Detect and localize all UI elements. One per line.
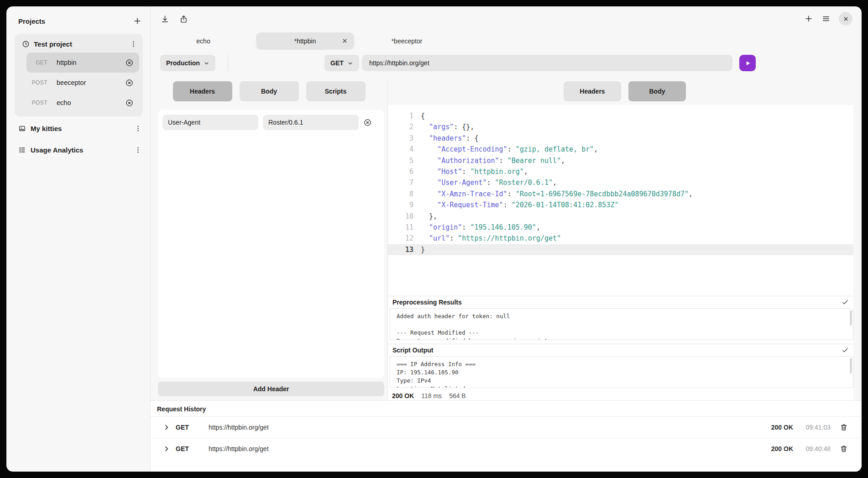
project-header[interactable]: Test project xyxy=(16,36,141,53)
chevron-right-icon xyxy=(163,445,170,452)
export-button[interactable] xyxy=(179,15,188,23)
share-icon xyxy=(179,15,188,23)
clock-icon xyxy=(22,40,30,48)
url-input[interactable] xyxy=(362,55,732,71)
sidebar-request-beeceptor[interactable]: POST beeceptor xyxy=(26,73,139,93)
history-status: 200 OK xyxy=(771,424,793,431)
add-header-button[interactable]: Add Header xyxy=(158,382,384,396)
circle-x-icon xyxy=(125,58,134,67)
history-row[interactable]: GET https://httpbin.org/get 200 OK 09:40… xyxy=(151,438,862,459)
trash-icon xyxy=(840,423,848,431)
tab-httpbin[interactable]: *httpbin xyxy=(256,32,354,50)
history-time: 09:40:48 xyxy=(800,445,831,452)
method-selector[interactable]: GET xyxy=(324,55,359,71)
sidebar-item-label: Usage Analytics xyxy=(31,146,134,154)
remove-request-button[interactable] xyxy=(125,99,134,107)
delete-history-button[interactable] xyxy=(840,423,848,431)
add-project-button[interactable] xyxy=(133,16,142,26)
preprocessing-output[interactable]: Added auth header for token: null --- Re… xyxy=(390,308,853,340)
tab-request-headers[interactable]: Headers xyxy=(173,81,232,101)
script-output-title: Script Output xyxy=(392,347,433,354)
tab-response-headers[interactable]: Headers xyxy=(564,81,621,101)
close-icon xyxy=(843,16,849,22)
circle-x-icon xyxy=(125,79,134,87)
response-body: 1{2 "args": {},3 "headers": {4 "Accept-E… xyxy=(388,105,853,400)
project-menu-button[interactable] xyxy=(130,40,137,48)
check-icon xyxy=(842,347,849,354)
history-method: GET xyxy=(176,424,196,431)
circle-x-icon xyxy=(363,118,372,127)
hamburger-icon xyxy=(821,14,831,23)
history-url: https://httpbin.org/get xyxy=(209,445,771,452)
play-icon xyxy=(744,60,751,67)
plus-icon xyxy=(133,16,142,26)
projects-title: Projects xyxy=(18,17,45,25)
status-code: 200 OK xyxy=(392,392,414,399)
delete-history-button[interactable] xyxy=(840,445,848,453)
close-icon xyxy=(342,38,348,44)
status-size: 564 B xyxy=(449,392,466,399)
sidebar-header: Projects xyxy=(6,6,150,31)
download-icon xyxy=(161,15,169,23)
header-key-input[interactable] xyxy=(162,115,258,130)
tab-label: echo xyxy=(196,37,210,45)
tab-request-body[interactable]: Body xyxy=(240,81,299,101)
toolbar xyxy=(151,6,862,31)
sidebar-item-usage-analytics[interactable]: Usage Analytics xyxy=(6,141,150,159)
tab-echo[interactable]: echo xyxy=(154,32,252,50)
preprocessing-section-header: Preprocessing Results xyxy=(388,296,853,308)
history-status: 200 OK xyxy=(771,445,793,452)
sidebar-item-my-kitties[interactable]: My kitties xyxy=(6,119,150,138)
chevron-down-icon xyxy=(347,60,353,66)
import-button[interactable] xyxy=(161,15,169,23)
remove-header-button[interactable] xyxy=(363,118,372,127)
section-menu-button[interactable] xyxy=(134,125,142,132)
kebab-icon xyxy=(134,125,142,132)
main-area: echo *httpbin *beeceptor Production GET xyxy=(151,6,862,472)
sidebar-request-echo[interactable]: POST echo xyxy=(26,93,139,113)
request-panel-tabs: Headers Body Scripts xyxy=(151,81,387,101)
scrollbar-thumb[interactable] xyxy=(850,310,852,326)
response-code-viewer[interactable]: 1{2 "args": {},3 "headers": {4 "Accept-E… xyxy=(388,105,853,292)
history-time: 09:41:03 xyxy=(800,424,831,431)
chevron-right-icon xyxy=(163,424,170,431)
environment-selector[interactable]: Production xyxy=(160,55,215,71)
history-row[interactable]: GET https://httpbin.org/get 200 OK 09:41… xyxy=(151,416,862,438)
script-output-section-header: Script Output xyxy=(388,344,853,356)
close-window-button[interactable] xyxy=(839,12,852,26)
script-output[interactable]: === IP Address Info === IP: 195.146.105.… xyxy=(390,356,853,388)
request-history: Request History GET https://httpbin.org/… xyxy=(151,400,862,472)
section-menu-button[interactable] xyxy=(134,146,142,154)
circle-x-icon xyxy=(125,99,134,107)
remove-request-button[interactable] xyxy=(125,58,134,67)
status-time: 118 ms xyxy=(421,392,442,399)
project-group: Test project GET httpbin POST beeceptor xyxy=(15,34,143,116)
send-request-button[interactable] xyxy=(739,55,756,71)
response-panel-tabs: Headers Body xyxy=(388,81,862,101)
response-status-bar: 200 OK 118 ms 564 B xyxy=(388,388,853,399)
menu-button[interactable] xyxy=(821,14,831,23)
request-method-label: POST xyxy=(28,79,47,86)
history-method: GET xyxy=(176,445,196,452)
remove-request-button[interactable] xyxy=(125,79,134,87)
app-window: Projects Test project GET httpbin xyxy=(6,6,862,472)
request-history-title: Request History xyxy=(151,401,862,416)
check-icon xyxy=(842,299,849,306)
header-value-input[interactable] xyxy=(263,115,359,130)
method-label: GET xyxy=(330,59,344,67)
environment-label: Production xyxy=(166,59,200,67)
list-icon xyxy=(18,146,26,154)
project-name: Test project xyxy=(34,40,130,48)
new-tab-button[interactable] xyxy=(804,14,813,23)
panels: Headers Body Scripts Add Header xyxy=(151,79,862,400)
tab-request-scripts[interactable]: Scripts xyxy=(306,81,366,101)
sidebar-request-httpbin[interactable]: GET httpbin xyxy=(26,53,139,73)
tab-response-body[interactable]: Body xyxy=(628,81,686,101)
chevron-down-icon xyxy=(204,60,209,66)
close-tab-button[interactable] xyxy=(342,38,348,44)
history-url: https://httpbin.org/get xyxy=(209,424,771,431)
header-row xyxy=(162,115,380,130)
tab-beeceptor[interactable]: *beeceptor xyxy=(358,32,456,50)
request-name-label: httpbin xyxy=(57,59,125,66)
scrollbar-thumb[interactable] xyxy=(850,358,852,373)
